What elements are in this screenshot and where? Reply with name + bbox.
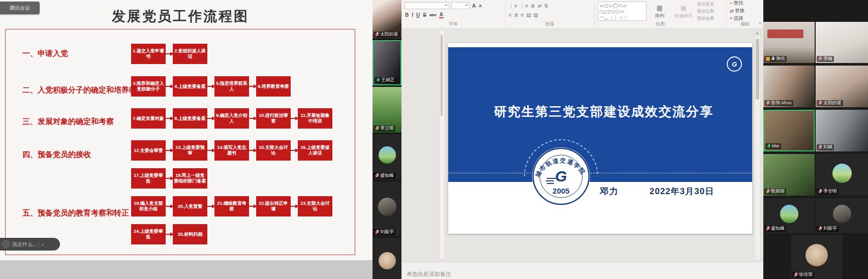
shrink-font-button[interactable]: A xyxy=(478,4,482,8)
strikethrough-button[interactable]: S xyxy=(422,12,427,18)
flow-step: 16.上级党委派人谈话 xyxy=(298,140,332,161)
page-margin xyxy=(0,260,373,279)
participant-name: 王斌艺 xyxy=(381,78,395,83)
flow-row-2: 3.推荐和确定入党积极分子 4.上级党委备案 5.指定培养联系人 6.培养教育考… xyxy=(131,76,291,97)
slide[interactable]: 研究生第三党支部建设成效交流分享 G 城市轨道交通学院 G 2005 邓力 20… xyxy=(448,43,752,234)
arrow-icon xyxy=(166,178,173,179)
flow-step: 1.递交入党申请书 xyxy=(131,44,166,64)
font-color-button[interactable]: A xyxy=(439,12,444,18)
avatar xyxy=(780,205,798,223)
arrow-icon xyxy=(291,206,298,207)
shared-screen-flowchart: 发展党员工作流程图 一、申请入党 二、入党积极分子的确定和培养教育 三、发展对象… xyxy=(0,0,373,279)
flow-step: 22.提出转正申请 xyxy=(256,196,291,216)
flow-step: 7.确定发展对象 xyxy=(131,108,166,129)
mic-on-icon xyxy=(771,56,775,61)
flow-step: 12.支委会审查 xyxy=(131,140,166,161)
participant-name: 甄丽丽 xyxy=(771,189,785,194)
shape-row[interactable]: ◠◡〔〕☆♡ xyxy=(600,15,644,21)
replace-icon: ⇄ xyxy=(730,8,734,14)
scrollbar-thumb[interactable] xyxy=(756,39,759,100)
chat-quick-pill[interactable]: 说点什么... ‹ xyxy=(0,238,60,251)
arrow-icon xyxy=(166,86,173,87)
font-size-select[interactable] xyxy=(451,2,470,9)
mic-muted-icon xyxy=(766,226,770,231)
align-buttons[interactable]: ≡ ≣ ≡ ▤ ▥ xyxy=(509,12,539,18)
video-tile[interactable]: 太阳的星 xyxy=(816,66,868,107)
list-buttons[interactable]: ⋮≡ ⋮≡ ≣ ⇄ ⇅ xyxy=(509,3,549,9)
group-label-paragraph: 段落 xyxy=(506,21,594,27)
video-tile[interactable]: 太阳的星 xyxy=(373,0,401,39)
arrow-icon xyxy=(166,53,173,54)
arrow-icon xyxy=(249,118,256,119)
shape-gallery[interactable]: ▭◻◇◯⬭▱ □△▽⬠⬡⇨ ◠◡〔〕☆♡ xyxy=(598,2,646,21)
vertical-scrollbar[interactable]: ▲ xyxy=(754,29,761,261)
quick-style-button[interactable]: ▣ 快速样式 xyxy=(673,2,694,22)
section-label-1: 一、申请入党 xyxy=(22,49,68,58)
mic-muted-icon xyxy=(818,101,822,106)
shape-row[interactable]: □△▽⬠⬡⇨ xyxy=(600,9,644,15)
arrow-icon xyxy=(166,234,173,235)
section-label-5: 五、预备党员的教育考察和转正 xyxy=(22,208,129,218)
scroll-up-icon[interactable]: ▲ xyxy=(755,29,760,37)
participant-name: 盛知峰 xyxy=(380,173,394,178)
video-tile[interactable]: 李楠 xyxy=(816,22,868,63)
participant-name: 海伦 xyxy=(776,56,785,61)
video-tile[interactable]: 李空明 xyxy=(816,154,868,196)
collapse-left-icon[interactable]: ‹ xyxy=(39,241,44,247)
italic-button[interactable]: I xyxy=(411,12,414,18)
presentation-date: 2022年3月30日 xyxy=(649,185,714,197)
grow-font-button[interactable]: A xyxy=(472,3,476,9)
underline-button[interactable]: U xyxy=(416,12,420,18)
flow-step: 5.指定培养联系人 xyxy=(214,76,249,97)
video-tile[interactable] xyxy=(373,238,401,279)
flow-step: 23.支部大会讨论 xyxy=(298,196,332,216)
video-tile[interactable]: 海伦 xyxy=(763,22,815,63)
video-tile[interactable]: 刘斌 xyxy=(816,110,868,151)
panel-scrollbar[interactable] xyxy=(440,30,445,260)
video-tile[interactable]: 甄丽丽 xyxy=(763,154,815,196)
chat-placeholder[interactable]: 说点什么... xyxy=(12,241,37,248)
video-tile[interactable]: 刘振宇 xyxy=(816,198,868,233)
flow-step: 18.再上一级党委组织部门备案 xyxy=(173,168,207,189)
bold-button[interactable]: B xyxy=(405,12,409,18)
mini-logo-glyph: G xyxy=(732,60,737,68)
arrow-icon xyxy=(291,118,298,119)
ribbon-group-font: A A B I U S abc A 字体 xyxy=(401,0,506,28)
mic-muted-icon xyxy=(375,32,379,37)
notes-pane[interactable]: 单击此处添加备注 xyxy=(401,262,763,279)
video-tile[interactable]: 盛知峰 xyxy=(763,198,815,233)
mic-on-icon xyxy=(376,78,380,83)
video-tile[interactable]: 张伟-shuo xyxy=(763,66,815,107)
quick-style-icon: ▣ xyxy=(680,4,687,12)
find-icon: ⌕ xyxy=(730,0,732,6)
arrow-icon xyxy=(249,86,256,87)
flow-step: 13.上级党委预审 xyxy=(173,140,207,161)
arrow-icon xyxy=(207,150,214,151)
participant-name: Mei xyxy=(772,144,780,149)
arrow-icon xyxy=(207,86,214,87)
shape-row[interactable]: ▭◻◇◯⬭▱ xyxy=(600,3,644,9)
replace-button[interactable]: ⇄替换 xyxy=(730,8,760,14)
video-tile[interactable]: 张培荣 xyxy=(791,235,842,279)
arrow-icon xyxy=(166,206,173,207)
arrow-icon xyxy=(166,150,173,151)
mic-muted-icon xyxy=(766,189,770,194)
clear-format-button[interactable]: abc xyxy=(429,13,437,17)
shape-outline-button[interactable]: 形状轮廓 xyxy=(697,9,714,15)
video-tile-speaking[interactable]: 王斌艺 xyxy=(373,40,401,85)
video-tile[interactable]: 盛知峰 xyxy=(373,134,401,180)
font-name-select[interactable] xyxy=(405,2,449,9)
find-button[interactable]: ⌕查找 xyxy=(730,0,760,7)
video-tile-speaking[interactable]: Mei xyxy=(763,110,815,151)
ribbon-collapse-icon[interactable]: ˄ xyxy=(759,21,761,26)
mic-muted-icon xyxy=(818,189,822,194)
video-tile[interactable]: 李立明 xyxy=(373,87,401,133)
arrow-icon xyxy=(166,118,173,119)
mic-muted-icon xyxy=(375,126,379,131)
video-tile[interactable]: 刘振宇 xyxy=(373,181,401,236)
flow-row-5: 17.上级党委审批 18.再上一级党委组织部门备案 xyxy=(131,168,207,189)
notes-placeholder[interactable]: 单击此处添加备注 xyxy=(407,270,451,278)
shape-fill-button[interactable]: 形状填充 xyxy=(697,2,714,8)
arrange-button[interactable]: ▦ 排列 xyxy=(649,2,670,22)
college-emblem-icon: 城市轨道交通学院 G 2005 xyxy=(520,135,602,221)
